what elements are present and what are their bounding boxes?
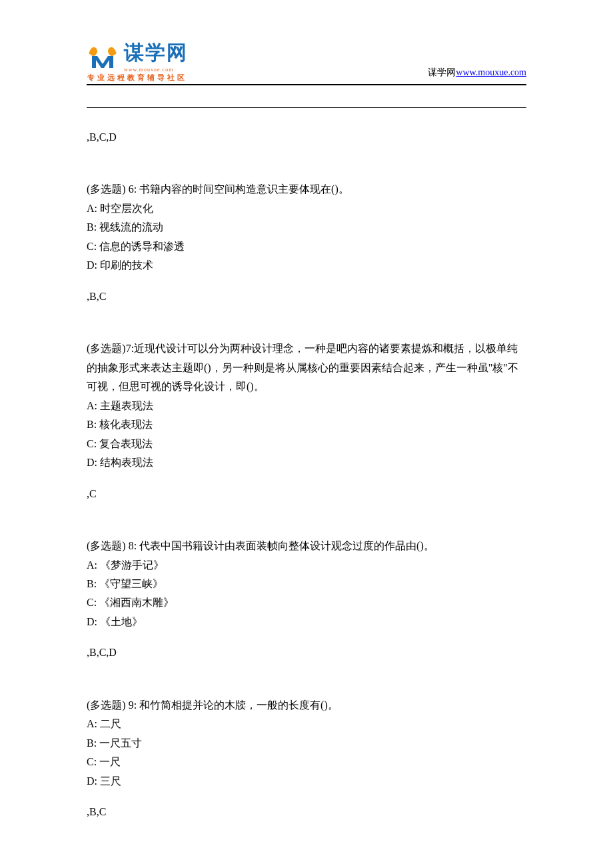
option-c: C: 信息的诱导和渗透	[87, 237, 526, 256]
prev-answer: ,B,C,D	[87, 128, 526, 147]
option-a: A: 《梦游手记》	[87, 556, 526, 575]
option-b: B: 《守望三峡》	[87, 575, 526, 593]
option-a: A: 主题表现法	[87, 397, 526, 415]
logo-tagline: 专业远程教育辅导社区	[87, 73, 187, 83]
header-link[interactable]: www.mouxue.com	[456, 67, 526, 77]
question-6: (多选题) 6: 书籍内容的时间空间构造意识主要体现在()。 A: 时空层次化 …	[87, 180, 526, 275]
logo-top: 谋学网 www.mouxue.com	[87, 39, 188, 73]
option-d: D: 结构表现法	[87, 453, 526, 472]
option-a: A: 二尺	[87, 715, 526, 733]
option-b: B: 一尺五寸	[87, 734, 526, 753]
logo-text-group: 谋学网 www.mouxue.com	[124, 39, 188, 73]
document-content: ,B,C,D (多选题) 6: 书籍内容的时间空间构造意识主要体现在()。 A:…	[87, 107, 526, 822]
option-c: C: 《湘西南木雕》	[87, 593, 526, 612]
question-9: (多选题) 9: 和竹简相提并论的木牍，一般的长度有()。 A: 二尺 B: 一…	[87, 696, 526, 791]
question-prompt: (多选题) 8: 代表中国书籍设计由表面装帧向整体设计观念过度的作品由()。	[87, 537, 526, 555]
question-7: (多选题)7:近现代设计可以分为两种设计理念，一种是吧内容的诸要素提炼和概括，以…	[87, 339, 526, 472]
answer-7: ,C	[87, 485, 526, 503]
option-d: D: 《土地》	[87, 613, 526, 631]
logo-url-small: www.mouxue.com	[124, 67, 188, 73]
question-prompt: (多选题)7:近现代设计可以分为两种设计理念，一种是吧内容的诸要素提炼和概括，以…	[87, 339, 526, 396]
option-b: B: 视线流的流动	[87, 218, 526, 237]
option-c: C: 一尺	[87, 753, 526, 771]
option-d: D: 三尺	[87, 772, 526, 791]
logo-area: 谋学网 www.mouxue.com 专业远程教育辅导社区	[87, 39, 188, 83]
header-right-text: 谋学网	[428, 67, 456, 77]
question-8: (多选题) 8: 代表中国书籍设计由表面装帧向整体设计观念过度的作品由()。 A…	[87, 537, 526, 631]
logo-icon	[87, 41, 119, 71]
question-prompt: (多选题) 9: 和竹简相提并论的木牍，一般的长度有()。	[87, 696, 526, 715]
header-right: 谋学网www.mouxue.com	[428, 67, 526, 83]
question-prompt: (多选题) 6: 书籍内容的时间空间构造意识主要体现在()。	[87, 180, 526, 199]
option-a: A: 时空层次化	[87, 199, 526, 218]
answer-6: ,B,C	[87, 287, 526, 306]
answer-8: ,B,C,D	[87, 643, 526, 662]
option-b: B: 核化表现法	[87, 415, 526, 434]
option-c: C: 复合表现法	[87, 435, 526, 453]
answer-9: ,B,C	[87, 803, 526, 821]
page-header: 谋学网 www.mouxue.com 专业远程教育辅导社区 谋学网www.mou…	[87, 39, 526, 85]
option-d: D: 印刷的技术	[87, 256, 526, 275]
logo-brand-text: 谋学网	[124, 41, 188, 63]
